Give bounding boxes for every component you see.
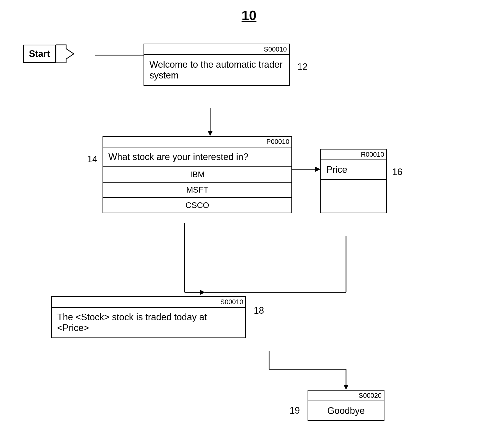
price-node: R00010 Price — [320, 149, 387, 213]
option-msft: MSFT — [103, 182, 291, 197]
price-node-label: R00010 — [321, 150, 386, 160]
prompt-node: P00010 What stock are your interested in… — [103, 136, 292, 213]
welcome-node-label: S00010 — [144, 44, 289, 55]
traded-node: S00010 The <Stock> stock is traded today… — [51, 296, 246, 338]
svg-marker-14 — [343, 385, 349, 390]
traded-node-label: S00010 — [52, 297, 245, 308]
traded-annotation: 18 — [254, 305, 264, 316]
price-node-content: Price — [321, 160, 386, 179]
goodbye-annotation: 19 — [290, 405, 300, 416]
price-annotation: 16 — [392, 167, 402, 177]
start-label: Start — [23, 45, 56, 63]
svg-marker-15 — [56, 45, 74, 63]
option-csco: CSCO — [103, 197, 291, 213]
welcome-annotation: 12 — [297, 62, 308, 72]
svg-marker-8 — [315, 167, 320, 172]
goodbye-node-label: S00020 — [308, 391, 384, 401]
diagram-title: 10 — [242, 8, 257, 23]
traded-node-content: The <Stock> stock is traded today at <Pr… — [52, 308, 245, 337]
prompt-annotation: 14 — [87, 154, 97, 165]
prompt-node-content: What stock are your interested in? — [103, 147, 291, 166]
goodbye-node: S00020 Goodbye — [308, 390, 384, 421]
start-arrow-icon — [56, 44, 74, 64]
svg-marker-6 — [200, 290, 205, 295]
diagram-container: 10 Start S00010 Welcome to the automatic… — [0, 0, 498, 448]
prompt-node-label: P00010 — [103, 137, 291, 147]
goodbye-node-content: Goodbye — [308, 401, 384, 420]
svg-marker-3 — [208, 131, 213, 136]
welcome-node-content: Welcome to the automatic trader system — [144, 55, 289, 85]
welcome-node: S00010 Welcome to the automatic trader s… — [144, 44, 290, 86]
start-shape: Start — [23, 44, 74, 64]
option-ibm: IBM — [103, 166, 291, 182]
